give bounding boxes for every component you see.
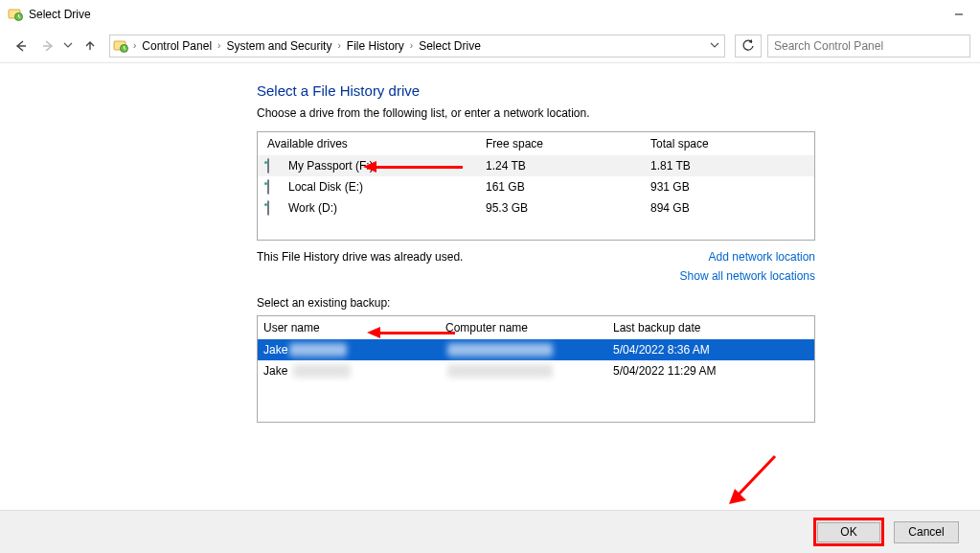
backup-computer <box>445 364 613 379</box>
drive-icon <box>267 201 285 215</box>
svg-line-7 <box>737 456 775 496</box>
backups-header: User name Computer name Last backup date <box>258 316 814 339</box>
drive-name: Local Disk (E:) <box>288 180 486 194</box>
already-used-text: This File History drive was already used… <box>257 250 709 264</box>
window-title: Select Drive <box>29 8 972 21</box>
chevron-right-icon: › <box>131 40 138 51</box>
drives-header-free: Free space <box>486 137 650 150</box>
backup-computer <box>445 343 613 357</box>
breadcrumb-item[interactable]: System and Security <box>222 39 335 53</box>
backup-user: Jake <box>263 343 445 357</box>
content-area: Select a File History drive Choose a dri… <box>0 63 980 423</box>
file-history-icon <box>8 7 23 22</box>
drive-icon <box>267 159 285 173</box>
page-heading: Select a File History drive <box>257 82 980 99</box>
breadcrumb-dropdown[interactable] <box>705 39 724 53</box>
breadcrumb-item[interactable]: Select Drive <box>415 39 485 53</box>
chevron-right-icon: › <box>216 40 222 51</box>
cancel-button[interactable]: Cancel <box>894 521 959 543</box>
drive-name: Work (D:) <box>288 201 486 215</box>
show-all-network-locations-link[interactable]: Show all network locations <box>680 269 815 283</box>
search-input[interactable]: Search Control Panel <box>767 35 970 58</box>
dialog-button-bar: OK Cancel <box>0 510 980 553</box>
breadcrumb-item[interactable]: File History <box>343 39 408 53</box>
nav-back-button[interactable] <box>10 35 33 58</box>
refresh-button[interactable] <box>735 35 762 58</box>
backup-date: 5/04/2022 8:36 AM <box>613 343 814 357</box>
titlebar: Select Drive <box>0 0 980 29</box>
ok-button[interactable]: OK <box>817 522 880 542</box>
breadcrumb-icon <box>110 38 131 54</box>
ok-button-highlight: OK <box>813 518 884 546</box>
backups-header-computer: Computer name <box>445 321 613 334</box>
drive-icon <box>267 180 285 194</box>
page-subtext: Choose a drive from the following list, … <box>257 106 980 120</box>
backup-row[interactable]: Jake 5/04/2022 8:36 AM <box>258 339 814 360</box>
search-placeholder: Search Control Panel <box>774 39 883 53</box>
backup-date: 5/04/2022 11:29 AM <box>613 364 814 378</box>
drive-row[interactable]: Local Disk (E:) 161 GB 931 GB <box>258 176 814 197</box>
nav-forward-button[interactable] <box>36 35 59 58</box>
chevron-right-icon: › <box>335 40 342 51</box>
select-existing-backup-label: Select an existing backup: <box>257 296 980 310</box>
drives-list: Available drives Free space Total space … <box>257 131 815 241</box>
add-network-location-link[interactable]: Add network location <box>709 250 815 264</box>
backups-header-date: Last backup date <box>613 321 814 334</box>
backup-row[interactable]: Jake 5/04/2022 11:29 AM <box>258 360 814 381</box>
drive-total: 894 GB <box>650 201 814 215</box>
chevron-right-icon: › <box>408 40 415 51</box>
drives-header-total: Total space <box>650 137 814 150</box>
drives-header-name: Available drives <box>267 137 486 150</box>
drive-total: 1.81 TB <box>650 159 814 173</box>
nav-history-dropdown[interactable] <box>63 39 75 53</box>
window-minimize-button[interactable] <box>937 0 980 29</box>
nav-up-button[interactable] <box>79 35 102 58</box>
breadcrumb-item[interactable]: Control Panel <box>138 39 216 53</box>
drive-free: 95.3 GB <box>486 201 650 215</box>
nav-toolbar: › Control Panel › System and Security › … <box>0 29 980 63</box>
drive-total: 931 GB <box>650 180 814 194</box>
backups-list: User name Computer name Last backup date… <box>257 315 815 423</box>
drive-free: 161 GB <box>486 180 650 194</box>
drives-header: Available drives Free space Total space <box>258 132 814 155</box>
drive-free: 1.24 TB <box>486 159 650 173</box>
breadcrumb-bar[interactable]: › Control Panel › System and Security › … <box>109 35 725 58</box>
backup-user: Jake <box>263 364 445 379</box>
drive-row[interactable]: Work (D:) 95.3 GB 894 GB <box>258 197 814 219</box>
drive-row[interactable]: My Passport (F:) 1.24 TB 1.81 TB <box>258 155 814 176</box>
